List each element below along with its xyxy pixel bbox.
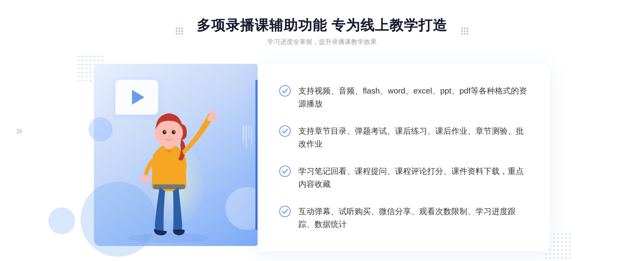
check-icon-4 bbox=[279, 206, 291, 217]
page-wrapper: » 多项录播课辅助功能 专为线上教学打造 学习进度全掌握，提升录播课教学效果 bbox=[0, 0, 644, 261]
chevron-left-icon: » bbox=[16, 124, 22, 137]
feature-item-3: 学习笔记回看、课程提问、课程评论打分、课件资料下载，重点内容收藏 bbox=[279, 165, 529, 191]
check-icon-3 bbox=[279, 165, 291, 177]
sub-title: 学习进度全掌握，提升录播课教学效果 bbox=[197, 38, 447, 46]
svg-point-13 bbox=[280, 166, 290, 177]
feature-item-4: 互动弹幕、试听购买、微信分享、观看次数限制、学习进度跟踪、数据统计 bbox=[279, 205, 529, 231]
content-area: 支持视频、音频、flash、word、excel、ppt、pdf等各种格式的资源… bbox=[94, 58, 550, 251]
illustration-panel bbox=[94, 64, 260, 246]
title-deco-left bbox=[175, 27, 183, 35]
svg-point-4 bbox=[163, 130, 166, 134]
svg-rect-10 bbox=[153, 184, 185, 189]
svg-point-11 bbox=[280, 85, 290, 96]
svg-point-0 bbox=[129, 233, 209, 243]
svg-point-6 bbox=[164, 131, 166, 132]
svg-point-9 bbox=[139, 173, 151, 184]
title-section: 多项录播课辅助功能 专为线上教学打造 学习进度全掌握，提升录播课教学效果 bbox=[197, 16, 447, 46]
feature-item-2: 支持章节目录、弹题考试、课后练习、课后作业、章节测验、批改作业 bbox=[279, 125, 529, 150]
svg-point-5 bbox=[172, 130, 175, 134]
deco-circle-bl bbox=[48, 207, 75, 234]
svg-point-12 bbox=[280, 126, 290, 136]
feature-text-2: 支持章节目录、弹题考试、课后练习、课后作业、章节测验、批改作业 bbox=[298, 125, 529, 150]
feature-item-1: 支持视频、音频、flash、word、excel、ppt、pdf等各种格式的资源… bbox=[279, 84, 529, 110]
check-icon-2 bbox=[279, 125, 291, 137]
main-title: 多项录播课辅助功能 专为线上教学打造 bbox=[197, 16, 447, 35]
svg-point-7 bbox=[174, 131, 175, 132]
feature-text-1: 支持视频、音频、flash、word、excel、ppt、pdf等各种格式的资源… bbox=[298, 84, 529, 110]
features-panel: 支持视频、音频、flash、word、excel、ppt、pdf等各种格式的资源… bbox=[258, 64, 550, 251]
vertical-lines-decoration bbox=[243, 125, 252, 147]
svg-point-14 bbox=[280, 206, 290, 217]
check-icon-1 bbox=[279, 85, 291, 97]
character-illustration bbox=[115, 80, 239, 246]
feature-text-4: 互动弹幕、试听购买、微信分享、观看次数限制、学习进度跟踪、数据统计 bbox=[298, 205, 529, 231]
feature-text-3: 学习笔记回看、课程提问、课程评论打分、课件资料下载，重点内容收藏 bbox=[298, 165, 529, 191]
deco-circle-small bbox=[89, 117, 113, 141]
title-deco-right bbox=[461, 27, 469, 35]
